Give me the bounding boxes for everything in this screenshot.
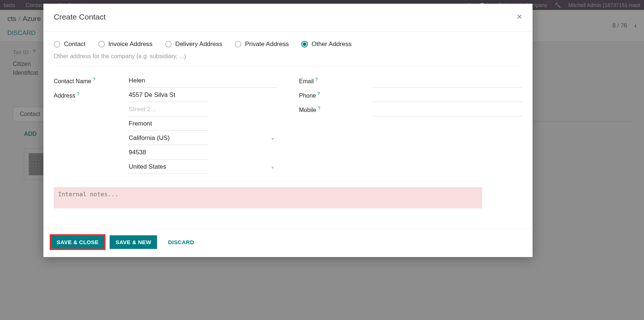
create-contact-modal: Create Contact × Contact Invoice Address…: [43, 4, 533, 257]
radio-delivery[interactable]: Delivery Address: [165, 41, 223, 48]
address-label: Address: [54, 92, 75, 99]
radio-private[interactable]: Private Address: [235, 41, 289, 48]
zip-input[interactable]: [127, 146, 208, 159]
mobile-label: Mobile: [299, 107, 316, 113]
email-input[interactable]: [373, 74, 522, 88]
mobile-input[interactable]: [373, 103, 522, 116]
phone-label: Phone: [299, 92, 316, 99]
radio-contact[interactable]: Contact: [54, 41, 86, 48]
radio-other[interactable]: Other Address: [301, 41, 352, 48]
save-close-button[interactable]: SAVE & CLOSE: [51, 235, 104, 249]
radio-help-text: Other address for the company (e.g. subs…: [54, 51, 522, 67]
email-label: Email: [299, 78, 314, 84]
internal-notes-input[interactable]: [54, 187, 482, 208]
address-type-radios: Contact Invoice Address Delivery Address…: [54, 32, 522, 51]
radio-invoice[interactable]: Invoice Address: [98, 41, 153, 48]
phone-input[interactable]: [373, 88, 522, 102]
help-icon[interactable]: ?: [318, 106, 320, 111]
state-select[interactable]: [127, 131, 208, 145]
contact-name-input[interactable]: [127, 74, 277, 88]
help-icon[interactable]: ?: [317, 91, 320, 96]
discard-button[interactable]: DISCARD: [162, 235, 200, 249]
contact-name-label: Contact Name: [54, 78, 91, 84]
help-icon[interactable]: ?: [93, 77, 95, 82]
street-input[interactable]: [127, 88, 208, 102]
help-icon[interactable]: ?: [77, 91, 79, 96]
chevron-down-icon: ▼: [271, 137, 275, 141]
chevron-down-icon: ▼: [271, 165, 275, 170]
street2-input[interactable]: [127, 103, 208, 116]
help-icon[interactable]: ?: [315, 77, 318, 82]
city-input[interactable]: [127, 117, 208, 131]
save-new-button[interactable]: SAVE & NEW: [110, 235, 157, 249]
close-icon[interactable]: ×: [517, 11, 522, 22]
modal-title: Create Contact: [54, 13, 106, 21]
country-select[interactable]: [127, 160, 208, 174]
